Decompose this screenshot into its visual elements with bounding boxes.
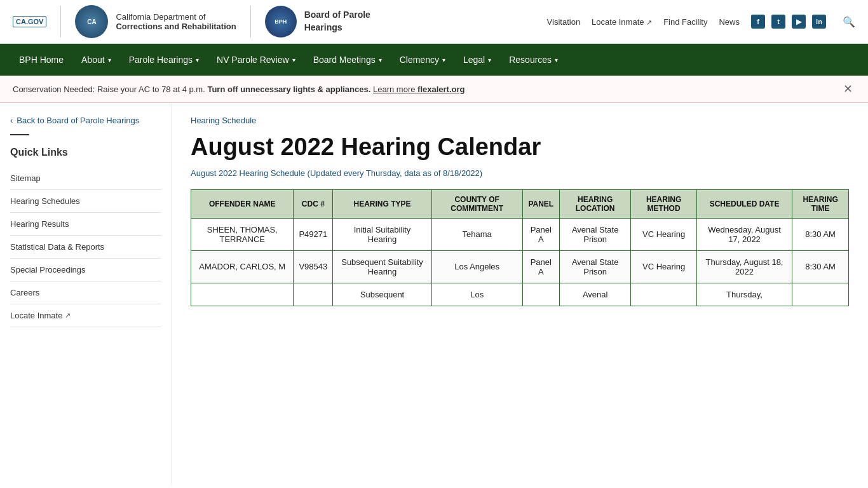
instagram-icon[interactable]: in: [812, 15, 826, 29]
board-meetings-chevron: ▾: [379, 57, 382, 64]
alert-normal-text: Conservation Needed: Raise your AC to 78…: [13, 85, 205, 94]
search-icon[interactable]: 🔍: [843, 16, 855, 28]
col-panel: PANEL: [522, 189, 560, 218]
content-area: Hearing Schedule August 2022 Hearing Cal…: [172, 103, 868, 486]
table-cell: Thursday,: [696, 283, 792, 306]
find-facility-link[interactable]: Find Facility: [663, 17, 707, 27]
sidebar-hearing-schedules[interactable]: Hearing Schedules: [10, 190, 161, 213]
nav-resources[interactable]: Resources ▾: [500, 44, 567, 76]
parole-hearings-chevron: ▾: [196, 57, 199, 64]
table-cell: 8:30 AM: [792, 250, 849, 283]
locate-inmate-external-icon: ↗: [65, 311, 71, 320]
table-cell: [191, 283, 294, 306]
sidebar-divider: [10, 134, 29, 135]
table-row: AMADOR, CARLOS, MV98543Subsequent Suitab…: [191, 250, 849, 283]
table-cell: VC Hearing: [631, 218, 697, 250]
top-header: CA.GOV CA California Department of Corre…: [0, 0, 868, 44]
table-cell: VC Hearing: [631, 250, 697, 283]
table-cell: [631, 283, 697, 306]
table-header-row: OFFENDER NAME CDC # HEARING TYPE COUNTY …: [191, 189, 849, 218]
visitation-link[interactable]: Visitation: [547, 17, 581, 27]
alert-link[interactable]: Learn more flexalert.org: [373, 85, 465, 94]
alert-bold-text: Turn off unnecessary lights & appliances…: [207, 85, 370, 94]
table-row: SubsequentLosAvenalThursday,: [191, 283, 849, 306]
col-cdc: CDC #: [294, 189, 333, 218]
clemency-chevron: ▾: [442, 57, 445, 64]
col-time: HEARING TIME: [792, 189, 849, 218]
table-cell: Initial Suitability Hearing: [333, 218, 432, 250]
col-method: HEARING METHOD: [631, 189, 697, 218]
alert-banner: Conservation Needed: Raise your AC to 78…: [0, 76, 868, 103]
table-cell: V98543: [294, 250, 333, 283]
table-cell: [522, 283, 560, 306]
col-location: HEARING LOCATION: [560, 189, 631, 218]
nav-legal[interactable]: Legal ▾: [454, 44, 500, 76]
about-chevron: ▾: [108, 57, 111, 64]
table-cell: Tehama: [431, 218, 522, 250]
nav-clemency[interactable]: Clemency ▾: [391, 44, 454, 76]
col-date: SCHEDULED DATE: [696, 189, 792, 218]
header-right: Visitation Locate Inmate ↗ Find Facility…: [547, 15, 855, 29]
back-chevron-icon: ‹: [10, 116, 13, 125]
table-cell: Los: [431, 283, 522, 306]
table-cell: Subsequent Suitability Hearing: [333, 250, 432, 283]
table-cell: [294, 283, 333, 306]
table-cell: Thursday, August 18, 2022: [696, 250, 792, 283]
header-divider-1: [60, 6, 61, 37]
bph-logo: BPH: [265, 6, 297, 37]
col-hearing-type: HEARING TYPE: [333, 189, 432, 218]
table-cell: SHEEN, THOMAS, TERRANCE: [191, 218, 294, 250]
table-cell: Avenal State Prison: [560, 250, 631, 283]
quick-links-title: Quick Links: [10, 147, 161, 158]
social-icons: f t ▶ in: [751, 15, 826, 29]
alert-close-button[interactable]: ✕: [841, 82, 855, 96]
youtube-icon[interactable]: ▶: [792, 15, 806, 29]
sidebar-special-proceedings[interactable]: Special Proceedings: [10, 259, 161, 281]
col-county: COUNTY OF COMMITMENT: [431, 189, 522, 218]
table-cell: Wednesday, August 17, 2022: [696, 218, 792, 250]
twitter-icon[interactable]: t: [771, 15, 785, 29]
table-cell: [792, 283, 849, 306]
main-nav: BPH Home About ▾ Parole Hearings ▾ NV Pa…: [0, 44, 868, 76]
table-cell: Subsequent: [333, 283, 432, 306]
table-cell: Avenal State Prison: [560, 218, 631, 250]
breadcrumb: Hearing Schedule: [191, 116, 849, 125]
sidebar: ‹ Back to Board of Parole Hearings Quick…: [0, 103, 172, 486]
page-title: August 2022 Hearing Calendar: [191, 133, 849, 162]
table-cell: Los Angeles: [431, 250, 522, 283]
table-cell: 8:30 AM: [792, 218, 849, 250]
facebook-icon[interactable]: f: [751, 15, 765, 29]
hearing-table: OFFENDER NAME CDC # HEARING TYPE COUNTY …: [191, 189, 849, 306]
header-divider-2: [250, 6, 251, 37]
sidebar-hearing-results[interactable]: Hearing Results: [10, 213, 161, 236]
alert-text: Conservation Needed: Raise your AC to 78…: [13, 85, 465, 94]
nav-parole-hearings[interactable]: Parole Hearings ▾: [120, 44, 208, 76]
col-offender-name: OFFENDER NAME: [191, 189, 294, 218]
locate-inmate-link[interactable]: Locate Inmate ↗: [592, 17, 652, 27]
nav-board-meetings[interactable]: Board Meetings ▾: [304, 44, 391, 76]
table-cell: Panel A: [522, 218, 560, 250]
table-row: SHEEN, THOMAS, TERRANCEP49271Initial Sui…: [191, 218, 849, 250]
news-link[interactable]: News: [719, 17, 740, 27]
nv-parole-chevron: ▾: [292, 57, 295, 64]
table-cell: Panel A: [522, 250, 560, 283]
table-cell: P49271: [294, 218, 333, 250]
header-left: CA.GOV CA California Department of Corre…: [13, 5, 370, 38]
sidebar-sitemap[interactable]: Sitemap: [10, 167, 161, 190]
subtitle: August 2022 Hearing Schedule (Updated ev…: [191, 168, 849, 178]
back-link-text: Back to Board of Parole Hearings: [17, 116, 139, 125]
nav-about[interactable]: About ▾: [72, 44, 120, 76]
sidebar-statistical-data[interactable]: Statistical Data & Reports: [10, 236, 161, 259]
back-link[interactable]: ‹ Back to Board of Parole Hearings: [10, 116, 161, 125]
resources-chevron: ▾: [555, 57, 558, 64]
nav-bph-home[interactable]: BPH Home: [10, 44, 72, 76]
nav-nv-parole-review[interactable]: NV Parole Review ▾: [208, 44, 304, 76]
sidebar-careers[interactable]: Careers: [10, 281, 161, 304]
sidebar-locate-inmate[interactable]: Locate Inmate ↗: [10, 304, 161, 327]
cdcr-logo: CA: [75, 5, 108, 38]
org-name: California Department of Corrections and…: [116, 12, 236, 31]
ca-gov-logo[interactable]: CA.GOV: [13, 16, 46, 27]
external-icon: ↗: [646, 18, 652, 26]
bph-name: Board of ParoleHearings: [304, 9, 370, 34]
table-cell: AMADOR, CARLOS, M: [191, 250, 294, 283]
